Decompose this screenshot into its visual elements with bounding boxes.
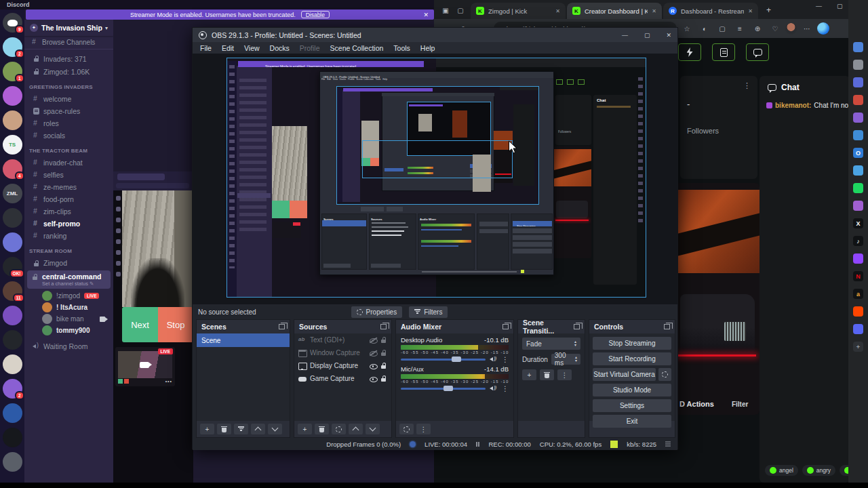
sidebar-site-icon[interactable] [853,60,863,70]
tab-search-icon[interactable]: ▢ [454,4,467,16]
sidebar-site-icon[interactable]: O [853,148,863,158]
channel-row[interactable]: space-rules [24,105,113,117]
lock-icon[interactable] [380,375,387,382]
speaker-icon[interactable] [490,356,498,363]
sidebar-site-icon[interactable]: X [853,218,863,228]
transition-select[interactable]: Fade ▴▾ [522,338,580,350]
slider-knob[interactable] [443,386,453,391]
duration-input[interactable]: 300 ms ▴▾ [551,354,580,365]
channel-central-command[interactable]: central-command Set a channel status ✎ [27,270,111,289]
server-icon[interactable] [3,232,22,252]
menu-item[interactable]: View [244,44,260,52]
channel-row[interactable]: Zimgod: 1.06K [24,65,113,78]
stream-thumbnail[interactable]: LIVE ••• [115,347,175,386]
server-icon[interactable] [3,86,22,106]
server-icon[interactable]: 2 [3,379,22,399]
sidebar-site-icon[interactable] [853,130,863,140]
virtual-camera-config-button[interactable] [658,368,671,381]
source-item[interactable]: Window Capture [294,346,391,359]
channel-row[interactable]: food-porn [24,193,113,205]
server-icon[interactable]: OK! [3,257,22,277]
channel-row[interactable]: welcome [24,93,113,105]
channel-row[interactable]: self-promo [24,218,113,230]
move-scene-up-button[interactable] [251,424,265,434]
sidebar-site-icon[interactable] [853,183,863,193]
menu-item[interactable]: Docks [270,44,290,52]
move-source-down-button[interactable] [366,424,380,434]
transition-menu-button[interactable]: ⋮ [557,369,572,380]
server-icon[interactable] [3,403,22,423]
bing-copilot-icon[interactable] [817,22,829,35]
close-button[interactable]: ✕ [666,32,671,39]
add-scene-button[interactable]: + [200,424,214,434]
next-button[interactable]: Next [122,307,158,342]
control-button[interactable]: Stop Streaming [593,337,671,350]
control-button[interactable]: Studio Mode [593,384,671,396]
channel-status-hint[interactable]: Set a channel status ✎ [31,281,106,287]
control-button[interactable]: Start Virtual Camera [593,368,656,381]
popout-icon[interactable] [502,324,509,329]
sidebar-site-icon[interactable]: a [853,289,863,299]
sidebar-site-icon[interactable] [853,253,863,264]
menu-item[interactable]: Profile [300,44,320,52]
emote-chip[interactable]: angry [802,465,835,476]
waiting-room-channel[interactable]: Waiting Room [24,340,113,352]
channel-row[interactable]: ranking [24,230,113,242]
remove-scene-button[interactable] [217,424,231,434]
menu-item[interactable]: Tools [393,44,410,52]
toolbar-icon[interactable]: ♡ [769,22,781,35]
toolbar-icon[interactable]: ≡ [734,22,746,35]
server-icon[interactable] [3,428,22,447]
source-properties-button[interactable] [332,424,346,434]
lock-icon[interactable] [380,337,387,344]
stop-button[interactable]: Stop [158,307,193,342]
control-button[interactable]: Start Recording [593,352,671,365]
obs-titlebar[interactable]: OBS 29.1.3 - Profile: Untitled - Scenes:… [193,28,677,42]
minimize-button[interactable]: — [816,3,822,9]
tab-close-icon[interactable]: ✕ [652,8,656,14]
popout-icon[interactable] [279,324,285,329]
emote-chip[interactable]: angel [765,465,798,476]
channel-row[interactable]: socials [24,129,113,142]
browser-tab[interactable]: K Creator Dashboard | Kick ✕ [567,3,662,19]
mixer-menu-button[interactable]: ⋮ [416,424,431,434]
voice-member[interactable]: !zimgod LIVE [24,290,113,302]
properties-button[interactable]: Properties [351,306,403,318]
channel-row[interactable]: ze-memes [24,181,113,193]
source-item[interactable]: Text (GDI+) [294,333,391,346]
new-tab-button[interactable]: + [766,5,771,15]
volume-slider[interactable] [401,388,486,390]
server-icon[interactable]: 9 [3,13,22,33]
remove-source-button[interactable] [315,424,329,434]
sidebar-site-icon[interactable] [853,324,863,334]
browse-channels[interactable]: Browse Channels [24,36,113,49]
voice-member[interactable]: bike man [24,313,113,325]
channel-row[interactable]: invader-chat [24,157,113,169]
server-icon[interactable] [3,208,22,228]
toolbar-icon[interactable]: ☆ [681,22,693,35]
control-button[interactable]: Settings [593,399,671,412]
server-header[interactable]: ✦ The Invasion Ship ▾ [24,20,113,36]
menu-item[interactable]: Scene Collection [330,44,384,52]
preview-canvas[interactable]: Streamer Mode is enabled. Usernames have… [227,58,646,297]
browser-tab[interactable]: R Dashboard - Restream ✕ [663,3,758,19]
popout-icon[interactable] [380,324,387,329]
slider-knob[interactable] [452,357,461,362]
sidebar-site-icon[interactable] [853,95,863,105]
server-icon[interactable]: 1 [3,62,22,81]
sidebar-site-icon[interactable] [853,113,863,123]
speaker-icon[interactable] [490,385,498,392]
sidebar-site-icon[interactable] [853,306,863,317]
profile-avatar[interactable] [785,23,797,35]
server-icon[interactable] [3,306,22,325]
filter-button[interactable]: Filter [732,401,748,408]
browser-tab[interactable]: K Zimgod | Kick ✕ [471,3,566,19]
channel-row[interactable]: zim-clips [24,205,113,218]
channel-row[interactable]: STREAM ROOM [24,242,113,257]
visibility-eye-icon[interactable] [370,376,377,382]
scene-filters-button[interactable] [234,424,248,434]
voice-member[interactable]: tommy900 [24,325,113,336]
channel-menu-icon[interactable]: ⋮ [502,385,509,392]
sidebar-site-icon[interactable] [853,42,863,52]
add-source-button[interactable]: + [298,424,312,434]
